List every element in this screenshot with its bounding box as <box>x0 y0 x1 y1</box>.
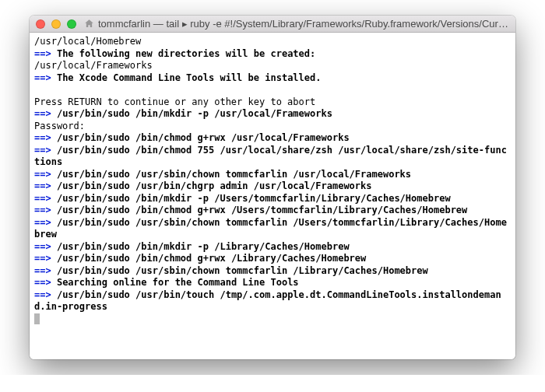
terminal-text: /usr/bin/sudo /bin/mkdir -p /usr/local/F… <box>57 108 332 119</box>
terminal-line: ==> /usr/bin/sudo /bin/chmod g+rwx /User… <box>34 205 511 217</box>
terminal-text: /usr/bin/sudo /usr/bin/touch /tmp/.com.a… <box>34 289 501 313</box>
terminal-text: /usr/bin/sudo /usr/sbin/chown tommcfarli… <box>34 217 507 240</box>
terminal-line: ==> The Xcode Command Line Tools will be… <box>34 72 511 85</box>
arrow-indicator: ==> <box>34 145 51 156</box>
window-title: tommcfarlin — tail ▸ ruby -e #!/System/L… <box>98 18 509 30</box>
terminal-text: Searching online for the Command Line To… <box>57 277 299 288</box>
terminal-text: /usr/bin/sudo /bin/chmod g+rwx /usr/loca… <box>57 132 350 143</box>
minimize-button[interactable] <box>51 19 61 29</box>
traffic-lights <box>36 19 76 29</box>
terminal-text: The following new directories will be cr… <box>57 48 315 59</box>
terminal-line: ==> /usr/bin/sudo /bin/mkdir -p /Users/t… <box>34 193 511 205</box>
arrow-indicator: ==> <box>34 72 51 83</box>
terminal-text: /usr/bin/sudo /usr/bin/chgrp admin /usr/… <box>57 180 372 191</box>
terminal-line: ==> /usr/bin/sudo /usr/bin/chgrp admin /… <box>34 180 511 193</box>
arrow-indicator: ==> <box>34 205 51 215</box>
terminal-text: /usr/bin/sudo /usr/sbin/chown tommcfarli… <box>57 265 428 276</box>
window-title-wrap: tommcfarlin — tail ▸ ruby -e #!/System/L… <box>84 18 509 30</box>
terminal-text: /usr/bin/sudo /bin/chmod 755 /usr/local/… <box>34 145 507 168</box>
cursor <box>34 313 40 324</box>
terminal-line: ==> /usr/bin/sudo /usr/sbin/chown tommcf… <box>34 217 511 241</box>
terminal-line: ==> /usr/bin/sudo /bin/chmod g+rwx /usr/… <box>34 132 511 145</box>
arrow-indicator: ==> <box>34 180 51 191</box>
terminal-line <box>34 84 511 96</box>
home-icon <box>84 19 94 29</box>
close-button[interactable] <box>36 19 45 29</box>
terminal-line: ==> /usr/bin/sudo /bin/chmod 755 /usr/lo… <box>34 145 511 169</box>
terminal-line: ==> /usr/bin/sudo /usr/sbin/chown tommcf… <box>34 169 511 181</box>
terminal-text: The Xcode Command Line Tools will be ins… <box>57 72 322 83</box>
terminal-line: ==> /usr/bin/sudo /usr/bin/touch /tmp/.c… <box>34 289 511 313</box>
arrow-indicator: ==> <box>34 253 51 264</box>
terminal-text: /usr/bin/sudo /usr/sbin/chown tommcfarli… <box>57 169 411 180</box>
zoom-button[interactable] <box>67 19 76 29</box>
arrow-indicator: ==> <box>34 277 51 288</box>
arrow-indicator: ==> <box>34 193 51 204</box>
arrow-indicator: ==> <box>34 132 51 143</box>
arrow-indicator: ==> <box>34 48 51 59</box>
terminal-line: ==> /usr/bin/sudo /usr/sbin/chown tommcf… <box>34 265 511 278</box>
terminal-line: Password: <box>34 121 511 133</box>
arrow-indicator: ==> <box>34 217 51 228</box>
terminal-line: /usr/local/Frameworks <box>34 60 511 72</box>
terminal-text: /usr/bin/sudo /bin/chmod g+rwx /Library/… <box>57 253 366 264</box>
arrow-indicator: ==> <box>34 108 51 119</box>
terminal-line: ==> /usr/bin/sudo /bin/chmod g+rwx /Libr… <box>34 253 511 265</box>
terminal-text: /usr/bin/sudo /bin/chmod g+rwx /Users/to… <box>57 205 467 215</box>
terminal-line: ==> /usr/bin/sudo /bin/mkdir -p /usr/loc… <box>34 108 511 121</box>
arrow-indicator: ==> <box>34 169 51 180</box>
terminal-content[interactable]: /usr/local/Homebrew==> The following new… <box>30 33 515 359</box>
terminal-text: /usr/bin/sudo /bin/mkdir -p /Users/tommc… <box>57 193 451 204</box>
terminal-line: /usr/local/Homebrew <box>34 36 511 48</box>
titlebar[interactable]: tommcfarlin — tail ▸ ruby -e #!/System/L… <box>30 16 515 33</box>
terminal-cursor-line <box>34 313 511 326</box>
terminal-line: Press RETURN to continue or any other ke… <box>34 96 511 109</box>
arrow-indicator: ==> <box>34 241 51 252</box>
terminal-line: ==> Searching online for the Command Lin… <box>34 277 511 289</box>
terminal-line: ==> The following new directories will b… <box>34 48 511 61</box>
terminal-window: tommcfarlin — tail ▸ ruby -e #!/System/L… <box>30 16 515 359</box>
terminal-text: /usr/bin/sudo /bin/mkdir -p /Library/Cac… <box>57 241 350 252</box>
arrow-indicator: ==> <box>34 289 51 300</box>
terminal-line: ==> /usr/bin/sudo /bin/mkdir -p /Library… <box>34 241 511 254</box>
arrow-indicator: ==> <box>34 265 51 276</box>
